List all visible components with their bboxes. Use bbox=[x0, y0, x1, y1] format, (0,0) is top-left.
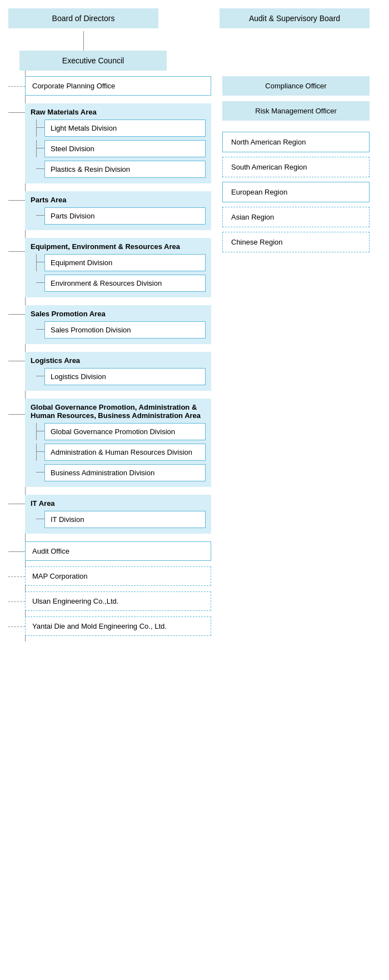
board-to-exec-line bbox=[83, 31, 84, 51]
plastics-row: Plastics & Resin Division bbox=[31, 161, 206, 178]
gg-prom-div-box: Global Governance Promotion Division bbox=[44, 423, 206, 440]
logistics-div-box: Logistics Division bbox=[44, 368, 206, 385]
ulsan-hline bbox=[8, 601, 25, 602]
gg-area-box: Global Governance Promotion, Administrat… bbox=[25, 399, 211, 487]
raw-mat-area-box: Raw Materials Area Light Metals Division bbox=[25, 103, 211, 183]
equip-area-box: Equipment, Environment & Resources Area … bbox=[25, 238, 211, 297]
sales-area: Sales Promotion Area Sales Promotion Div… bbox=[8, 305, 211, 344]
south-american-box: South American Region bbox=[222, 157, 370, 177]
sales-div-box: Sales Promotion Division bbox=[44, 321, 206, 339]
it-hline bbox=[8, 504, 25, 504]
raw-mat-title: Raw Materials Area bbox=[31, 108, 206, 116]
logistics-area-box: Logistics Area Logistics Division bbox=[25, 352, 211, 391]
equipment-area: Equipment, Environment & Resources Area … bbox=[8, 238, 211, 297]
main-two-col: Corporate Planning Office Raw Materials … bbox=[8, 71, 381, 641]
board-of-directors: Board of Directors bbox=[8, 8, 158, 28]
env-div-box: Environment & Resources Division bbox=[44, 275, 206, 292]
admin-hr-div-box: Administration & Human Resources Divisio… bbox=[44, 444, 206, 461]
gg-title: Global Governance Promotion, Administrat… bbox=[31, 403, 206, 420]
audit-hline bbox=[8, 551, 25, 552]
audit-office-row: Audit Office bbox=[8, 541, 211, 561]
parts-title: Parts Area bbox=[31, 196, 206, 204]
parts-hline bbox=[8, 200, 25, 201]
plastics-div-box: Plastics & Resin Division bbox=[44, 161, 206, 178]
sales-area-box: Sales Promotion Area Sales Promotion Div… bbox=[25, 305, 211, 344]
equip-title: Equipment, Environment & Resources Area bbox=[31, 242, 206, 251]
it-div-row: IT Division bbox=[31, 511, 206, 528]
parts-area-box: Parts Area Parts Division bbox=[25, 191, 211, 230]
equip-div-row: Equipment Division bbox=[31, 254, 206, 271]
yantai-row: Yantai Die and Mold Engineering Co., Ltd… bbox=[8, 616, 211, 636]
parts-div-row: Parts Division bbox=[31, 207, 206, 225]
map-hline bbox=[8, 576, 25, 577]
ulsan-box: Ulsan Engineering Co.,Ltd. bbox=[25, 591, 211, 611]
chinese-box: Chinese Region bbox=[222, 232, 370, 252]
top-section: Board of Directors Audit & Supervisory B… bbox=[8, 8, 381, 28]
it-content: IT Area IT Division bbox=[25, 495, 211, 534]
parts-area: Parts Area Parts Division bbox=[8, 191, 211, 230]
steel-div-box: Steel Division bbox=[44, 140, 206, 157]
corporate-planning-row: Corporate Planning Office bbox=[8, 76, 211, 96]
org-chart: Board of Directors Audit & Supervisory B… bbox=[0, 0, 389, 650]
global-gov-area: Global Governance Promotion, Administrat… bbox=[8, 399, 211, 487]
gg-content: Global Governance Promotion, Administrat… bbox=[25, 399, 211, 487]
raw-mat-content: Raw Materials Area Light Metals Division bbox=[25, 103, 211, 183]
it-title: IT Area bbox=[31, 499, 206, 508]
gg-hline bbox=[8, 414, 25, 415]
european-box: European Region bbox=[222, 182, 370, 202]
col-right: Compliance Officer Risk Management Offic… bbox=[211, 76, 370, 641]
yantai-hline bbox=[8, 626, 25, 627]
corp-planning-hline bbox=[8, 86, 25, 87]
gg-prom-row: Global Governance Promotion Division bbox=[31, 423, 206, 440]
north-american-box: North American Region bbox=[222, 132, 370, 152]
raw-materials-area: Raw Materials Area Light Metals Division bbox=[8, 103, 211, 183]
admin-hr-row: Administration & Human Resources Divisio… bbox=[31, 444, 206, 461]
steel-row: Steel Division bbox=[31, 140, 206, 157]
equip-div-box: Equipment Division bbox=[44, 254, 206, 271]
sales-div-row: Sales Promotion Division bbox=[31, 321, 206, 339]
sales-title: Sales Promotion Area bbox=[31, 310, 206, 318]
logistics-title: Logistics Area bbox=[31, 356, 206, 365]
corporate-planning-office-box: Corporate Planning Office bbox=[25, 76, 211, 96]
equip-hline bbox=[8, 251, 25, 252]
parts-div-box: Parts Division bbox=[44, 207, 206, 225]
audit-office-box: Audit Office bbox=[25, 541, 211, 561]
it-div-box: IT Division bbox=[44, 511, 206, 528]
col-left: Corporate Planning Office Raw Materials … bbox=[8, 76, 211, 641]
asian-box: Asian Region bbox=[222, 207, 370, 227]
left-top: Board of Directors bbox=[8, 8, 208, 28]
light-metals-row: Light Metals Division bbox=[31, 120, 206, 137]
sales-content: Sales Promotion Area Sales Promotion Div… bbox=[25, 305, 211, 344]
logistics-hline bbox=[8, 361, 25, 361]
equip-content: Equipment, Environment & Resources Area … bbox=[25, 238, 211, 297]
yantai-box: Yantai Die and Mold Engineering Co., Ltd… bbox=[25, 616, 211, 636]
logistics-content: Logistics Area Logistics Division bbox=[25, 352, 211, 391]
it-area: IT Area IT Division bbox=[8, 495, 211, 534]
ulsan-row: Ulsan Engineering Co.,Ltd. bbox=[8, 591, 211, 611]
risk-officer-box: Risk Management Officer bbox=[222, 101, 370, 121]
env-div-row: Environment & Resources Division bbox=[31, 275, 206, 292]
biz-admin-row: Business Administration Division bbox=[31, 464, 206, 481]
right-top: Audit & Supervisory Board bbox=[220, 8, 381, 28]
sales-hline bbox=[8, 314, 25, 315]
executive-council-box: Executive Council bbox=[19, 51, 167, 71]
logistics-div-row: Logistics Division bbox=[31, 368, 206, 385]
map-corp-box: MAP Corporation bbox=[25, 566, 211, 586]
map-corp-row: MAP Corporation bbox=[8, 566, 211, 586]
parts-content: Parts Area Parts Division bbox=[25, 191, 211, 230]
raw-mat-hline bbox=[8, 112, 25, 113]
compliance-officer-box: Compliance Officer bbox=[222, 76, 370, 96]
biz-admin-div-box: Business Administration Division bbox=[44, 464, 206, 481]
audit-supervisory-board: Audit & Supervisory Board bbox=[220, 8, 370, 28]
light-metals-div-box: Light Metals Division bbox=[44, 120, 206, 137]
it-area-box: IT Area IT Division bbox=[25, 495, 211, 534]
logistics-area: Logistics Area Logistics Division bbox=[8, 352, 211, 391]
